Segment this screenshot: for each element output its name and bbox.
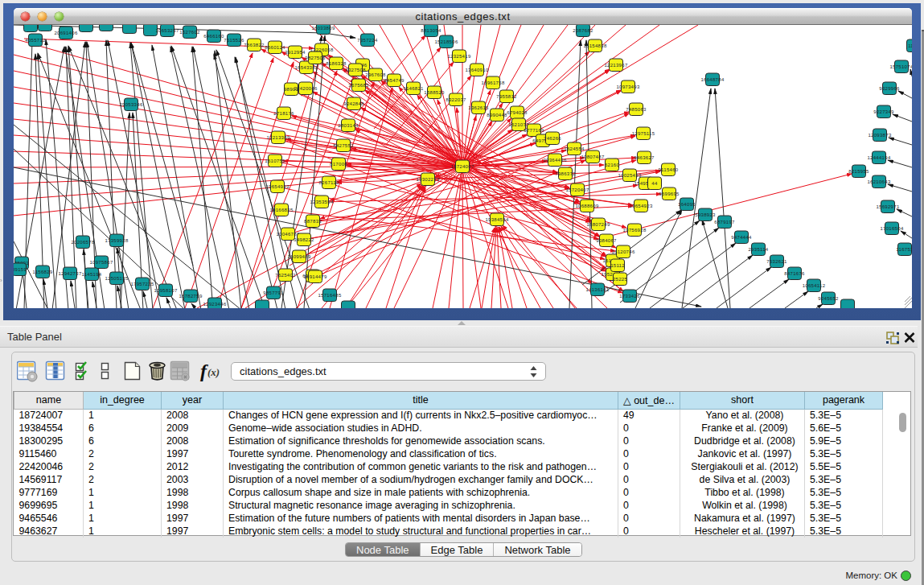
svg-text:7625402: 7625402 <box>275 273 296 278</box>
svg-text:2087682: 2087682 <box>573 28 593 33</box>
svg-text:9463627: 9463627 <box>634 155 655 160</box>
svg-text:1145194: 1145194 <box>81 272 101 277</box>
svg-text:10046788: 10046788 <box>276 232 299 237</box>
svg-text:16914479: 16914479 <box>303 274 326 279</box>
svg-text:7515526: 7515526 <box>224 38 244 43</box>
svg-text:8322037: 8322037 <box>446 97 466 102</box>
svg-text:2803144: 2803144 <box>338 123 359 128</box>
svg-text:9327508: 9327508 <box>345 68 366 72</box>
svg-text:17359928: 17359928 <box>105 238 128 243</box>
svg-text:116753: 116753 <box>896 247 912 252</box>
svg-text:18724007: 18724007 <box>450 164 474 169</box>
svg-text:16961758: 16961758 <box>481 80 504 85</box>
svg-text:1156829: 1156829 <box>32 270 52 274</box>
svg-text:19384554: 19384554 <box>485 217 508 222</box>
svg-text:7485063: 7485063 <box>626 107 647 112</box>
svg-text:13640910: 13640910 <box>465 68 488 72</box>
svg-text:10654112: 10654112 <box>803 283 826 288</box>
svg-text:817006: 817006 <box>330 162 347 167</box>
svg-text:10975867: 10975867 <box>89 260 113 265</box>
svg-text:12942737: 12942737 <box>58 271 81 276</box>
svg-text:12213967: 12213967 <box>604 63 627 68</box>
svg-text:6879197: 6879197 <box>714 220 735 225</box>
svg-text:16120746: 16120746 <box>611 249 634 254</box>
svg-text:12975115: 12975115 <box>632 131 655 136</box>
svg-text:12093873: 12093873 <box>868 133 891 138</box>
svg-text:3498222: 3498222 <box>294 237 314 242</box>
svg-text:9827506: 9827506 <box>305 56 326 60</box>
svg-text:16543382: 16543382 <box>294 65 318 70</box>
svg-text:8471676: 8471676 <box>784 271 805 276</box>
svg-text:62160: 62160 <box>605 163 620 167</box>
svg-text:3912954: 3912954 <box>285 50 306 55</box>
svg-text:8215955: 8215955 <box>848 169 869 174</box>
svg-text:20691406: 20691406 <box>54 31 77 35</box>
svg-text:2935114: 2935114 <box>748 247 768 252</box>
svg-text:20206578: 20206578 <box>71 240 94 245</box>
svg-text:19166825: 19166825 <box>269 208 293 212</box>
svg-text:6794028: 6794028 <box>507 110 528 115</box>
svg-text:1733426: 1733426 <box>619 294 640 299</box>
svg-text:7986372: 7986372 <box>555 171 576 176</box>
svg-text:5938923: 5938923 <box>695 212 716 217</box>
svg-text:19756928: 19756928 <box>622 228 646 233</box>
svg-text:15692971: 15692971 <box>876 204 899 209</box>
svg-text:16210643: 16210643 <box>867 179 890 184</box>
svg-text:39159: 39159 <box>14 267 27 272</box>
svg-text:17016504: 17016504 <box>880 226 903 231</box>
svg-text:10025433: 10025433 <box>618 173 641 178</box>
svg-text:10958107: 10958107 <box>154 288 177 293</box>
svg-text:44: 44 <box>651 181 658 186</box>
svg-text:10807487: 10807487 <box>581 154 604 159</box>
svg-text:15218506: 15218506 <box>434 39 458 44</box>
svg-text:1112: 1112 <box>908 43 912 48</box>
svg-text:7955812: 7955812 <box>496 94 517 99</box>
svg-text:7632621: 7632621 <box>766 259 787 264</box>
svg-text:15751074: 15751074 <box>889 64 912 69</box>
svg-text:16099489: 16099489 <box>287 254 310 259</box>
svg-text:9474444: 9474444 <box>731 235 752 240</box>
svg-text:164095: 164095 <box>678 202 696 207</box>
svg-text:10653257: 10653257 <box>155 28 179 33</box>
svg-text:9857791: 9857791 <box>263 290 284 295</box>
svg-text:19654923: 19654923 <box>629 204 652 208</box>
svg-text:20364436: 20364436 <box>543 158 566 163</box>
svg-text:12325419: 12325419 <box>447 54 470 59</box>
svg-text:2718176: 2718176 <box>273 111 294 116</box>
svg-text:4055712: 4055712 <box>25 38 46 43</box>
svg-text:12505135: 12505135 <box>105 276 128 281</box>
svg-text:19654933: 19654933 <box>265 184 289 189</box>
svg-text:17957225: 17957225 <box>130 282 154 286</box>
svg-text:12353594: 12353594 <box>310 200 333 204</box>
svg-text:16033809: 16033809 <box>311 26 335 31</box>
svg-text:1610755: 1610755 <box>265 159 285 163</box>
svg-text:10973493: 10973493 <box>616 84 639 89</box>
svg-text:8454749: 8454749 <box>384 78 405 83</box>
svg-text:18807249: 18807249 <box>586 222 610 227</box>
svg-text:14136141: 14136141 <box>585 287 609 292</box>
svg-text:3675685: 3675685 <box>348 83 369 88</box>
svg-text:1624554: 1624554 <box>564 146 585 151</box>
svg-text:15112: 15112 <box>610 263 625 268</box>
svg-text:15720407: 15720407 <box>565 187 589 192</box>
svg-text:16782759: 16782759 <box>179 294 202 299</box>
svg-text:887833: 887833 <box>304 219 322 224</box>
svg-text:8660124: 8660124 <box>265 45 285 50</box>
svg-text:746266: 746266 <box>544 136 561 141</box>
svg-text:9329966: 9329966 <box>879 86 900 91</box>
svg-text:1588520: 1588520 <box>424 90 445 95</box>
svg-text:2967608: 2967608 <box>365 72 386 77</box>
svg-text:9227349: 9227349 <box>873 109 894 114</box>
svg-text:12923446: 12923446 <box>203 302 226 307</box>
svg-text:9242848: 9242848 <box>343 101 364 106</box>
svg-text:1362615: 1362615 <box>468 105 489 110</box>
svg-text:(x): (x) <box>207 366 220 378</box>
svg-text:16154838: 16154838 <box>583 43 606 48</box>
svg-text:8186328: 8186328 <box>326 61 347 66</box>
svg-text:16648784: 16648784 <box>700 77 724 82</box>
svg-text:7357224: 7357224 <box>357 38 378 43</box>
svg-text:12213389: 12213389 <box>266 135 290 140</box>
svg-text:8427552: 8427552 <box>333 143 354 148</box>
svg-text:10688609: 10688609 <box>575 204 598 208</box>
svg-text:1527602: 1527602 <box>179 30 200 35</box>
